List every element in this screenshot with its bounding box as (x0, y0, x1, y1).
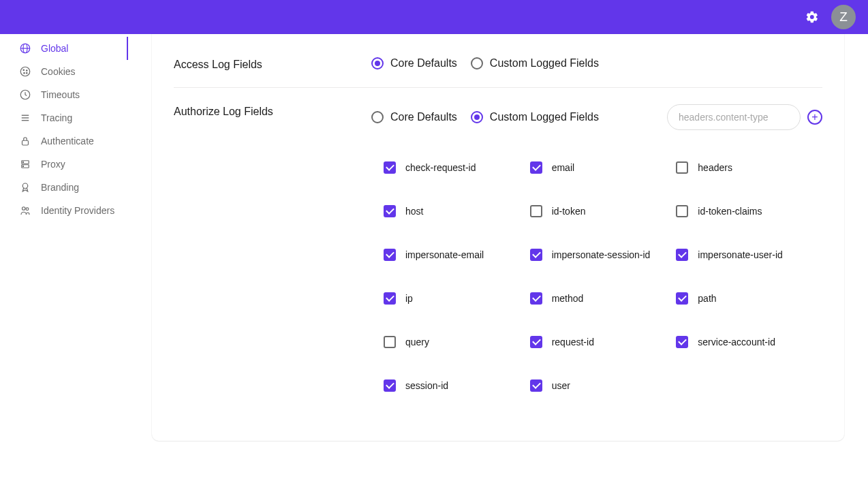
section-body: Core Defaults Custom Logged Fields (371, 57, 822, 69)
checkbox-icon (530, 379, 542, 392)
sidebar-item-identity-providers[interactable]: Identity Providers (0, 199, 128, 222)
section-title: Authorize Log Fields (174, 104, 371, 118)
globe-icon (19, 42, 31, 55)
svg-point-16 (22, 166, 23, 166)
radio-icon (471, 57, 483, 69)
checkbox-icon (530, 161, 542, 174)
checkbox-icon (384, 205, 396, 217)
radio-group-authorize: Core Defaults Custom Logged Fields (371, 111, 599, 123)
checkbox-icon (384, 379, 396, 392)
sidebar-item-label: Branding (41, 182, 79, 193)
add-field-button[interactable]: + (807, 110, 822, 125)
settings-card: Access Log Fields Core Defaults Custom L… (152, 34, 844, 441)
field-label: impersonate-session-id (552, 249, 651, 260)
field-label: impersonate-user-id (698, 249, 783, 260)
svg-rect-12 (22, 140, 29, 145)
sidebar-item-label: Identity Providers (41, 205, 114, 216)
field-checkbox-service-account-id[interactable]: service-account-id (676, 336, 822, 348)
field-checkbox-query[interactable]: query (384, 336, 530, 348)
checkbox-icon (676, 336, 688, 348)
clock-icon (19, 89, 31, 101)
field-checkbox-path[interactable]: path (676, 292, 822, 305)
checkbox-icon (530, 249, 542, 261)
topbar: Z (0, 0, 868, 34)
svg-point-19 (26, 208, 29, 211)
field-checkbox-user[interactable]: user (530, 379, 677, 392)
field-label: session-id (405, 380, 448, 391)
radio-label: Core Defaults (390, 111, 457, 123)
field-checkbox-request-id[interactable]: request-id (530, 336, 677, 348)
field-label: check-request-id (405, 162, 476, 173)
lock-icon (19, 135, 31, 147)
radio-icon (471, 111, 483, 123)
add-field-row: + (667, 104, 822, 130)
checkbox-icon (384, 249, 396, 261)
sidebar-item-tracing[interactable]: Tracing (0, 106, 128, 129)
radio-option-custom-logged-fields[interactable]: Custom Logged Fields (471, 111, 599, 123)
sidebar-item-label: Timeouts (41, 89, 80, 100)
checkbox-icon (676, 161, 688, 174)
radio-label: Core Defaults (390, 57, 457, 69)
sidebar-item-cookies[interactable]: Cookies (0, 60, 128, 83)
authorize-top-row: Core Defaults Custom Logged Fields + (371, 104, 822, 130)
svg-point-18 (22, 207, 26, 211)
section-title: Access Log Fields (174, 57, 371, 71)
field-label: email (552, 162, 574, 173)
field-checkbox-impersonate-email[interactable]: impersonate-email (384, 249, 530, 261)
checkbox-icon (530, 292, 542, 305)
svg-point-7 (27, 73, 28, 74)
svg-point-6 (24, 73, 25, 74)
radio-option-core-defaults[interactable]: Core Defaults (371, 57, 457, 69)
field-checkbox-session-id[interactable]: session-id (384, 379, 530, 392)
field-checkbox-host[interactable]: host (384, 205, 530, 217)
avatar[interactable]: Z (831, 5, 856, 29)
sidebar-item-authenticate[interactable]: Authenticate (0, 129, 128, 153)
field-checkbox-ip[interactable]: ip (384, 292, 530, 305)
field-checkbox-id-token-claims[interactable]: id-token-claims (676, 205, 822, 217)
checkbox-icon (384, 161, 396, 174)
radio-option-custom-logged-fields[interactable]: Custom Logged Fields (471, 57, 599, 69)
field-checkbox-email[interactable]: email (530, 161, 677, 174)
sidebar-item-global[interactable]: Global (0, 37, 128, 60)
server-icon (19, 158, 31, 170)
radio-icon (371, 57, 384, 69)
sidebar-item-label: Proxy (41, 159, 65, 170)
field-checkbox-id-token[interactable]: id-token (530, 205, 677, 217)
checkbox-icon (676, 292, 688, 305)
svg-point-5 (27, 70, 28, 72)
field-label: host (405, 206, 423, 217)
sidebar-item-label: Tracing (41, 112, 72, 123)
field-label: path (698, 293, 716, 304)
checkbox-icon (384, 292, 396, 305)
cookie-icon (19, 65, 31, 78)
checkbox-icon (530, 336, 542, 348)
field-checkbox-impersonate-user-id[interactable]: impersonate-user-id (676, 249, 822, 261)
field-label: impersonate-email (405, 249, 484, 260)
add-field-input[interactable] (667, 104, 801, 130)
sidebar-item-branding[interactable]: Branding (0, 176, 128, 199)
checkbox-icon (384, 336, 396, 348)
sidebar-item-timeouts[interactable]: Timeouts (0, 83, 128, 106)
radio-icon (371, 111, 384, 123)
svg-point-17 (22, 183, 28, 189)
field-checkbox-headers[interactable]: headers (676, 161, 822, 174)
sidebar: GlobalCookiesTimeoutsTracingAuthenticate… (0, 34, 128, 481)
field-checkbox-impersonate-session-id[interactable]: impersonate-session-id (530, 249, 677, 261)
checkbox-icon (676, 249, 688, 261)
section-access-log-fields: Access Log Fields Core Defaults Custom L… (174, 50, 822, 87)
badge-icon (19, 181, 31, 193)
field-label: method (552, 293, 584, 304)
field-checkbox-method[interactable]: method (530, 292, 677, 305)
list-icon (19, 112, 31, 124)
sidebar-item-proxy[interactable]: Proxy (0, 153, 128, 176)
layout: GlobalCookiesTimeoutsTracingAuthenticate… (0, 34, 868, 481)
radio-option-core-defaults[interactable]: Core Defaults (371, 111, 457, 123)
field-label: user (552, 380, 570, 391)
field-checkbox-check-request-id[interactable]: check-request-id (384, 161, 530, 174)
fields-grid: check-request-idemailheadershostid-token… (371, 161, 822, 392)
field-label: id-token-claims (698, 206, 762, 217)
radio-label: Custom Logged Fields (490, 57, 599, 69)
gear-icon[interactable] (805, 10, 819, 24)
svg-point-4 (23, 69, 25, 71)
field-label: id-token (552, 206, 586, 217)
